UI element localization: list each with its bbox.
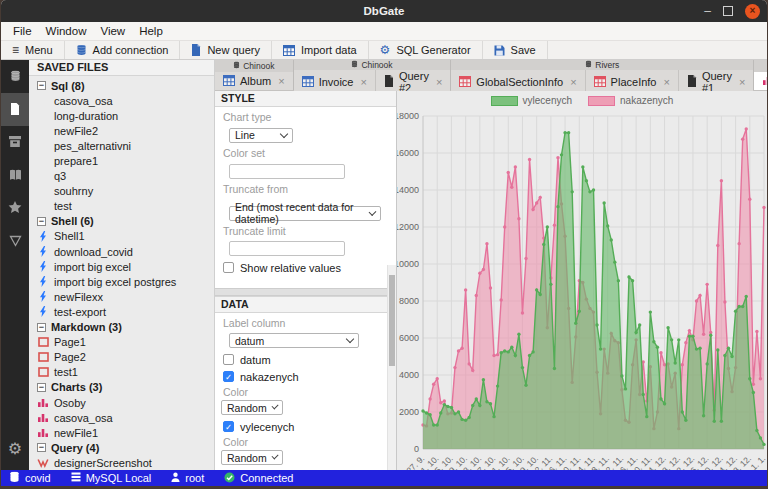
menu-view[interactable]: View <box>93 22 132 40</box>
tree-item-label: q3 <box>54 170 66 182</box>
new-query-button[interactable]: New query <box>180 41 272 59</box>
status-label: root <box>185 472 204 484</box>
collapse-icon[interactable]: − <box>37 81 46 90</box>
nav-plugins[interactable] <box>1 159 29 192</box>
close-tab-icon[interactable]: × <box>739 76 745 88</box>
column-checkbox-vylecenych[interactable]: ✓ <box>223 421 234 432</box>
app-window: DbGate – × FileWindowViewHelp ≡MenuAdd c… <box>1 0 767 486</box>
window-controls: – × <box>704 0 760 22</box>
tree-group-sql-8[interactable]: −Sql (8) <box>29 78 214 93</box>
status-connected[interactable]: Connected <box>224 472 293 485</box>
tree-item-page1[interactable]: Page1 <box>29 335 214 350</box>
menu-help[interactable]: Help <box>132 22 170 40</box>
close-button[interactable]: × <box>745 4 760 19</box>
status-root[interactable]: root <box>171 472 204 484</box>
tree-item-designerscreenshot[interactable]: designerScreenshot <box>29 455 214 470</box>
tree-item-casova-osa[interactable]: casova_osa <box>29 410 214 425</box>
menu-window[interactable]: Window <box>39 22 94 40</box>
menu-button[interactable]: ≡Menu <box>1 41 65 59</box>
tree-item-download-covid[interactable]: download_covid <box>29 244 214 259</box>
save-button[interactable]: Save <box>483 41 548 59</box>
markdown-icon <box>37 352 49 362</box>
tree-item-osoby[interactable]: Osoby <box>29 395 214 410</box>
tree-group-query-4[interactable]: −Query (4) <box>29 440 214 455</box>
tree-item-test[interactable]: test <box>29 199 214 214</box>
close-tab-icon[interactable]: × <box>436 76 442 88</box>
collapse-icon[interactable]: − <box>37 217 46 226</box>
color-select-nakazenych[interactable]: Random <box>221 400 283 415</box>
status-covid[interactable]: covid <box>9 471 51 485</box>
menu-file[interactable]: File <box>6 22 39 40</box>
close-tab-icon[interactable]: × <box>278 75 284 87</box>
legend-item-vylecenych[interactable]: vylecenych <box>491 95 572 106</box>
chart-type-select[interactable]: Line <box>229 128 293 143</box>
close-tab-icon[interactable]: × <box>663 76 669 88</box>
collapse-icon[interactable]: − <box>37 323 46 332</box>
titlebar: DbGate – × <box>1 0 767 22</box>
data-panel-scrollbar[interactable] <box>387 265 396 470</box>
tab-label: Invoice <box>319 76 354 88</box>
user-icon <box>171 472 180 484</box>
tree-group-charts-3[interactable]: −Charts (3) <box>29 380 214 395</box>
status-mysql-local[interactable]: MySQL Local <box>71 472 152 484</box>
column-row-datum[interactable]: datum <box>223 354 396 366</box>
tree-group-label: Shell (6) <box>51 215 94 227</box>
tab-group-db-label: Chinook <box>215 60 293 72</box>
scrollbar-thumb[interactable] <box>389 275 395 366</box>
tree-item-label: prepare1 <box>54 155 98 167</box>
tree-item-newfilexx[interactable]: newFilexx <box>29 289 214 304</box>
tree-item-souhrny[interactable]: souhrny <box>29 184 214 199</box>
color-set-input[interactable] <box>229 164 345 179</box>
nav-settings[interactable]: ⚙ <box>1 432 29 465</box>
database-icon <box>10 68 21 86</box>
tree-item-shell1[interactable]: Shell1 <box>29 229 214 244</box>
svg-text:8000: 8000 <box>399 296 419 306</box>
nav-archive[interactable] <box>1 126 29 159</box>
nav-favorites[interactable] <box>1 192 29 225</box>
tree-item-prepare1[interactable]: prepare1 <box>29 153 214 168</box>
column-row-nakazenych[interactable]: ✓nakazenych <box>223 371 396 383</box>
tree-group-markdown-3[interactable]: −Markdown (3) <box>29 320 214 335</box>
show-relative-values-row[interactable]: Show relative values <box>223 262 396 274</box>
truncate-limit-input[interactable] <box>229 241 345 256</box>
sql-generator-button[interactable]: ⚙SQL Generator <box>369 41 483 59</box>
collapse-icon[interactable]: − <box>37 383 46 392</box>
tree-group-shell-6[interactable]: −Shell (6) <box>29 214 214 229</box>
tree-item-test1[interactable]: test1 <box>29 365 214 380</box>
column-checkbox-nakazenych[interactable]: ✓ <box>223 371 234 382</box>
legend-item-nakazenych[interactable]: nakazenych <box>588 95 673 106</box>
tree-item-test-export[interactable]: test-export <box>29 304 214 319</box>
color-select-vylecenych[interactable]: Random <box>221 450 283 465</box>
color-label: Color <box>223 436 396 448</box>
tree-item-pes-alternativni[interactable]: pes_alternativni <box>29 138 214 153</box>
tree-item-casova-osa[interactable]: casova_osa <box>29 93 214 108</box>
tree-item-long-duration[interactable]: long-duration <box>29 108 214 123</box>
show-relative-values-checkbox[interactable] <box>223 262 234 273</box>
minimize-button[interactable]: – <box>704 6 711 16</box>
chart-properties-panel: STYLE Chart type Line Color set Truncate… <box>215 91 397 470</box>
tab-album[interactable]: Album× <box>215 72 293 90</box>
close-tab-icon[interactable]: × <box>570 76 576 88</box>
tree-item-newfile2[interactable]: newFile2 <box>29 123 214 138</box>
nav-filter[interactable] <box>1 225 29 258</box>
nav-files[interactable] <box>1 93 29 126</box>
tree-item-import-big-excel-postgres[interactable]: import big excel postgres <box>29 274 214 289</box>
truncate-from-select[interactable]: End (most recent data for datetime) <box>229 206 381 221</box>
tree-item-page2[interactable]: Page2 <box>29 350 214 365</box>
maximize-button[interactable] <box>723 6 733 16</box>
nav-databases[interactable] <box>1 60 29 93</box>
column-row-vylecenych[interactable]: ✓vylecenych <box>223 421 396 433</box>
add-connection-button[interactable]: Add connection <box>65 41 181 59</box>
panel-splitter[interactable] <box>215 288 396 296</box>
tree-item-newfile1[interactable]: newFile1 <box>29 425 214 440</box>
tab-casova-osa[interactable]: casova_osa× <box>754 72 767 90</box>
label-column-select[interactable]: datum <box>229 333 359 348</box>
collapse-icon[interactable]: − <box>37 443 46 452</box>
tree-item-import-big-excel[interactable]: import big excel <box>29 259 214 274</box>
tab-bar: ChinookAlbum×ChinookInvoice×Query #2×Riv… <box>215 60 767 91</box>
column-checkbox-datum[interactable] <box>223 354 234 365</box>
import-data-button[interactable]: Import data <box>272 41 369 59</box>
close-tab-icon[interactable]: × <box>360 76 366 88</box>
tree-item-q3[interactable]: q3 <box>29 169 214 184</box>
svg-text:14000: 14000 <box>397 185 419 195</box>
